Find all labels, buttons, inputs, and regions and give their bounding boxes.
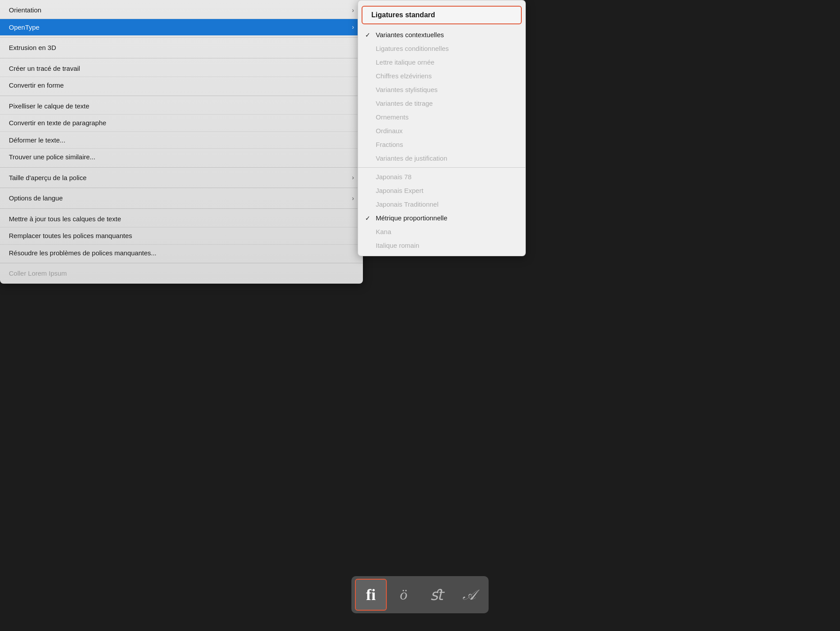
menu-item-options-langue[interactable]: Options de langue › (0, 190, 363, 207)
menu-item-creer-trace[interactable]: Créer un tracé de travail (0, 60, 363, 77)
arrow-icon: › (352, 194, 354, 202)
submenu-item-japonais-78[interactable]: Japonais 78 (358, 170, 525, 184)
submenu-opentype: Ligatures standard ✓ Variantes contextue… (358, 0, 526, 256)
menu-item-trouver-police[interactable]: Trouver une police similaire... (0, 149, 363, 165)
arrow-icon: › (352, 173, 354, 181)
submenu-item-kana[interactable]: Kana (358, 225, 525, 239)
menu-group-3: Créer un tracé de travail Convertir en f… (0, 58, 363, 96)
submenu-item-ornements[interactable]: Ornements (358, 110, 525, 124)
submenu-item-variantes-contextuelles[interactable]: ✓ Variantes contextuelles (358, 28, 525, 42)
arrow-icon: › (352, 6, 354, 14)
bottom-toolbar: fi ö ﬆ 𝒜 (351, 576, 489, 613)
menu-item-coller-lorem[interactable]: Coller Lorem Ipsum (0, 265, 363, 282)
submenu-item-fractions[interactable]: Fractions (358, 138, 525, 151)
menu-item-deformer[interactable]: Déformer le texte... (0, 132, 363, 149)
menu-group-6: Options de langue › (0, 188, 363, 208)
toolbar-btn-script-st[interactable]: ﬆ (420, 579, 452, 611)
menu-group-4: Pixelliser le calque de texte Convertir … (0, 96, 363, 167)
menu-group-8: Coller Lorem Ipsum (0, 263, 363, 284)
submenu-item-variantes-justification[interactable]: Variantes de justification (358, 151, 525, 165)
toolbar-btn-ornate-a[interactable]: 𝒜 (453, 579, 485, 611)
menu-item-opentype[interactable]: OpenType › (0, 19, 363, 36)
submenu-item-ordinaux[interactable]: Ordinaux (358, 124, 525, 138)
menu-item-remplacer-polices[interactable]: Remplacer toutes les polices manquantes (0, 227, 363, 245)
submenu-item-variantes-stylistiques[interactable]: Variantes stylistiques (358, 83, 525, 96)
fi-ligature-glyph: fi (366, 585, 376, 604)
menu-group-7: Mettre à jour tous les calques de texte … (0, 208, 363, 263)
submenu-item-japonais-expert[interactable]: Japonais Expert (358, 184, 525, 197)
toolbar-btn-script-o[interactable]: ö (388, 579, 420, 611)
checkmark-icon: ✓ (365, 215, 370, 222)
menu-item-orientation[interactable]: Orientation › (0, 2, 363, 19)
menu-item-convertir-para[interactable]: Convertir en texte de paragraphe (0, 115, 363, 132)
toolbar-btn-fi-ligature[interactable]: fi (355, 579, 387, 611)
menu-group-1: Orientation › OpenType › (0, 0, 363, 37)
submenu-item-variantes-titrage[interactable]: Variantes de titrage (358, 96, 525, 110)
arrow-icon: › (352, 23, 354, 31)
menu-group-5: Taille d'aperçu de la police › (0, 167, 363, 188)
submenu-item-chiffres-elzeviriens[interactable]: Chiffres elzéviriens (358, 69, 525, 83)
submenu-item-italique-romain[interactable]: Italique romain (358, 239, 525, 252)
submenu-divider (358, 167, 525, 168)
submenu-item-lettre-italique[interactable]: Lettre italique ornée (358, 55, 525, 69)
menu-item-extrusion[interactable]: Extrusion en 3D (0, 39, 363, 56)
script-st-glyph: ﬆ (430, 586, 443, 604)
main-menu: Orientation › OpenType › Extrusion en 3D… (0, 0, 363, 284)
menu-item-pixelliser[interactable]: Pixelliser le calque de texte (0, 98, 363, 115)
menu-item-convertir-forme[interactable]: Convertir en forme (0, 77, 363, 94)
menu-item-taille-apercu[interactable]: Taille d'aperçu de la police › (0, 169, 363, 186)
menu-group-2: Extrusion en 3D (0, 37, 363, 58)
submenu-item-japonais-traditionnel[interactable]: Japonais Traditionnel (358, 197, 525, 211)
submenu-item-ligatures-standard[interactable]: Ligatures standard (362, 6, 522, 24)
submenu-item-metrique-proportionnelle[interactable]: ✓ Métrique proportionnelle (358, 211, 525, 225)
menu-item-resoudre[interactable]: Résoudre les problèmes de polices manqua… (0, 245, 363, 262)
checkmark-icon: ✓ (365, 31, 370, 38)
script-o-glyph: ö (400, 586, 408, 603)
ornate-a-glyph: 𝒜 (463, 587, 475, 603)
submenu-item-ligatures-conditionnelles[interactable]: Ligatures conditionnelles (358, 42, 525, 55)
menu-item-mettre-a-jour[interactable]: Mettre à jour tous les calques de texte (0, 211, 363, 228)
